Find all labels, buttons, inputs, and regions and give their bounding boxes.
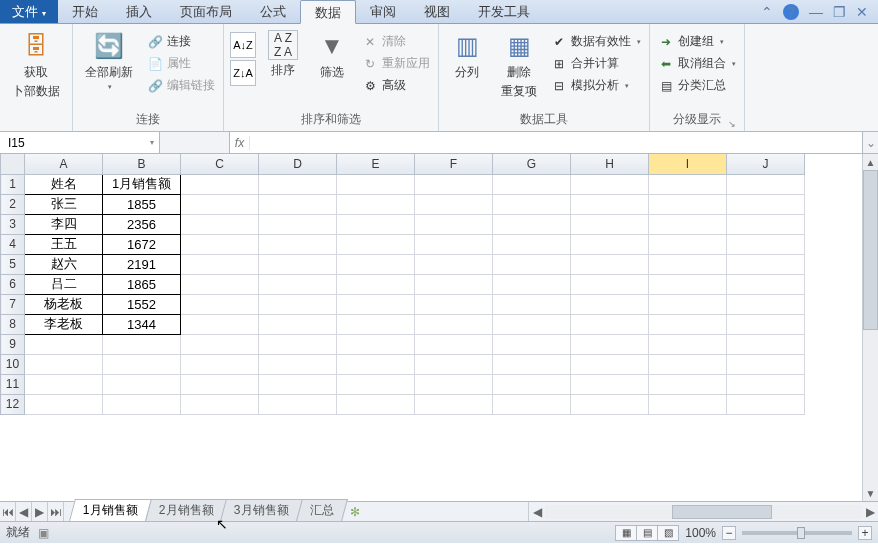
cell-D6[interactable] [259, 274, 337, 294]
close-icon[interactable]: ✕ [856, 4, 868, 20]
help-icon[interactable]: ? [783, 4, 799, 20]
cell-E3[interactable] [337, 214, 415, 234]
text-to-columns-button[interactable]: ▥ 分列 [445, 28, 489, 83]
cell-J10[interactable] [727, 354, 805, 374]
zoom-level[interactable]: 100% [685, 526, 716, 540]
cell-A4[interactable]: 王五 [25, 234, 103, 254]
cell-B9[interactable] [103, 334, 181, 354]
remove-duplicates-button[interactable]: ▦ 删除 重复项 [495, 28, 543, 102]
restore-icon[interactable]: ❐ [833, 4, 846, 20]
cell-D5[interactable] [259, 254, 337, 274]
cell-A1[interactable]: 姓名 [25, 174, 103, 194]
cell-B3[interactable]: 2356 [103, 214, 181, 234]
cell-D1[interactable] [259, 174, 337, 194]
cell-A11[interactable] [25, 374, 103, 394]
vscroll-thumb[interactable] [863, 170, 878, 330]
cell-G6[interactable] [493, 274, 571, 294]
col-header-G[interactable]: G [493, 154, 571, 174]
cell-E8[interactable] [337, 314, 415, 334]
cell-J11[interactable] [727, 374, 805, 394]
cell-F9[interactable] [415, 334, 493, 354]
zoom-out-button[interactable]: − [722, 526, 736, 540]
cell-I11[interactable] [649, 374, 727, 394]
scroll-up-icon[interactable]: ▲ [863, 154, 878, 170]
tab-insert[interactable]: 插入 [112, 0, 166, 23]
cell-A10[interactable] [25, 354, 103, 374]
col-header-C[interactable]: C [181, 154, 259, 174]
cell-E2[interactable] [337, 194, 415, 214]
cell-F3[interactable] [415, 214, 493, 234]
cell-I2[interactable] [649, 194, 727, 214]
connections-button[interactable]: 🔗连接 [145, 32, 217, 51]
tab-formulas[interactable]: 公式 [246, 0, 300, 23]
cell-D11[interactable] [259, 374, 337, 394]
cell-B7[interactable]: 1552 [103, 294, 181, 314]
cell-C12[interactable] [181, 394, 259, 414]
data-validation-button[interactable]: ✔数据有效性 [549, 32, 643, 51]
cell-F6[interactable] [415, 274, 493, 294]
col-header-E[interactable]: E [337, 154, 415, 174]
sheet-last-icon[interactable]: ⏭ [48, 502, 64, 521]
cell-E4[interactable] [337, 234, 415, 254]
row-header-4[interactable]: 4 [1, 234, 25, 254]
cell-J3[interactable] [727, 214, 805, 234]
row-header-9[interactable]: 9 [1, 334, 25, 354]
get-external-data-button[interactable]: 🗄 获取 卜部数据 [6, 28, 66, 102]
row-header-12[interactable]: 12 [1, 394, 25, 414]
ungroup-button[interactable]: ⬅取消组合 [656, 54, 738, 73]
zoom-in-button[interactable]: + [858, 526, 872, 540]
cell-F8[interactable] [415, 314, 493, 334]
view-page-break-button[interactable]: ▧ [657, 525, 679, 541]
tab-data[interactable]: 数据 [300, 0, 356, 24]
group-button[interactable]: ➜创建组 [656, 32, 738, 51]
cell-F10[interactable] [415, 354, 493, 374]
cell-A5[interactable]: 赵六 [25, 254, 103, 274]
cell-E7[interactable] [337, 294, 415, 314]
cell-A9[interactable] [25, 334, 103, 354]
cell-B11[interactable] [103, 374, 181, 394]
cell-H3[interactable] [571, 214, 649, 234]
cell-G3[interactable] [493, 214, 571, 234]
cell-A6[interactable]: 吕二 [25, 274, 103, 294]
cell-D8[interactable] [259, 314, 337, 334]
cell-F1[interactable] [415, 174, 493, 194]
cell-C1[interactable] [181, 174, 259, 194]
cell-H5[interactable] [571, 254, 649, 274]
cell-F2[interactable] [415, 194, 493, 214]
scroll-right-icon[interactable]: ▶ [862, 505, 878, 519]
tab-view[interactable]: 视图 [410, 0, 464, 23]
cell-I8[interactable] [649, 314, 727, 334]
cell-G4[interactable] [493, 234, 571, 254]
cell-I4[interactable] [649, 234, 727, 254]
row-header-1[interactable]: 1 [1, 174, 25, 194]
cell-J6[interactable] [727, 274, 805, 294]
cell-H6[interactable] [571, 274, 649, 294]
cell-H4[interactable] [571, 234, 649, 254]
cell-G2[interactable] [493, 194, 571, 214]
cell-E12[interactable] [337, 394, 415, 414]
cell-I5[interactable] [649, 254, 727, 274]
whatif-button[interactable]: ⊟模拟分析 [549, 76, 643, 95]
cell-E1[interactable] [337, 174, 415, 194]
advanced-filter-button[interactable]: ⚙高级 [360, 76, 432, 95]
consolidate-button[interactable]: ⊞合并计算 [549, 54, 643, 73]
cell-H1[interactable] [571, 174, 649, 194]
sheet-tab-0[interactable]: 1月销售额 [69, 499, 152, 521]
cell-C2[interactable] [181, 194, 259, 214]
col-header-B[interactable]: B [103, 154, 181, 174]
tab-home[interactable]: 开始 [58, 0, 112, 23]
cell-H11[interactable] [571, 374, 649, 394]
select-all-corner[interactable] [1, 154, 25, 174]
row-header-3[interactable]: 3 [1, 214, 25, 234]
sort-asc-button[interactable]: A↓Z [230, 32, 256, 58]
cell-D12[interactable] [259, 394, 337, 414]
cell-F12[interactable] [415, 394, 493, 414]
cell-J2[interactable] [727, 194, 805, 214]
cell-H2[interactable] [571, 194, 649, 214]
row-header-7[interactable]: 7 [1, 294, 25, 314]
sheet-prev-icon[interactable]: ◀ [16, 502, 32, 521]
sort-button[interactable]: A ZZ A 排序 [262, 28, 304, 81]
cell-F4[interactable] [415, 234, 493, 254]
cell-C5[interactable] [181, 254, 259, 274]
sheet-next-icon[interactable]: ▶ [32, 502, 48, 521]
